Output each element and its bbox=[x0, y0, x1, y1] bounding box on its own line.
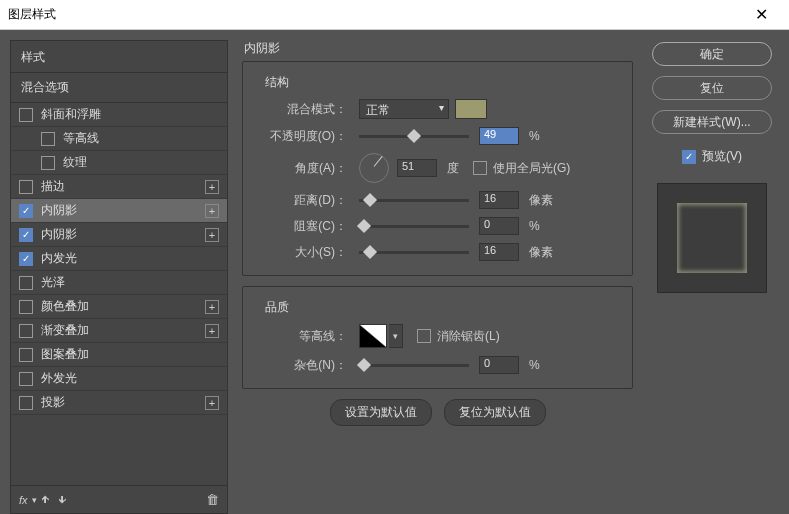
style-item-label: 图案叠加 bbox=[41, 346, 219, 363]
style-item[interactable]: 外发光 bbox=[11, 367, 227, 391]
add-instance-icon[interactable]: + bbox=[205, 300, 219, 314]
add-instance-icon[interactable]: + bbox=[205, 180, 219, 194]
window-title: 图层样式 bbox=[8, 6, 741, 23]
distance-unit: 像素 bbox=[529, 192, 553, 209]
angle-unit: 度 bbox=[447, 160, 459, 177]
move-up-icon[interactable]: 🡩 bbox=[41, 495, 50, 505]
quality-legend: 品质 bbox=[261, 299, 293, 316]
angle-input[interactable]: 51 bbox=[397, 159, 437, 177]
style-checkbox[interactable] bbox=[19, 324, 33, 338]
opacity-unit: % bbox=[529, 129, 540, 143]
style-item[interactable]: 纹理 bbox=[11, 151, 227, 175]
noise-input[interactable]: 0 bbox=[479, 356, 519, 374]
style-item[interactable]: 颜色叠加+ bbox=[11, 295, 227, 319]
set-default-button[interactable]: 设置为默认值 bbox=[330, 399, 432, 426]
style-list: 斜面和浮雕等高线纹理描边+✓内阴影+✓内阴影+✓内发光光泽颜色叠加+渐变叠加+图… bbox=[11, 103, 227, 485]
angle-row: 角度(A)： 51 度 使用全局光(G) bbox=[257, 153, 618, 183]
opacity-slider[interactable] bbox=[359, 135, 469, 138]
style-checkbox[interactable] bbox=[41, 132, 55, 146]
preview-checkbox[interactable]: ✓ bbox=[682, 150, 696, 164]
style-item[interactable]: 等高线 bbox=[11, 127, 227, 151]
section-title: 内阴影 bbox=[242, 40, 633, 57]
noise-label: 杂色(N)： bbox=[257, 357, 347, 374]
size-label: 大小(S)： bbox=[257, 244, 347, 261]
structure-legend: 结构 bbox=[261, 74, 293, 91]
blend-options[interactable]: 混合选项 bbox=[11, 73, 227, 103]
styles-footer: fx ▾ 🡩 🡫 🗑 bbox=[11, 485, 227, 513]
blend-mode-label: 混合模式： bbox=[257, 101, 347, 118]
add-instance-icon[interactable]: + bbox=[205, 204, 219, 218]
ok-button[interactable]: 确定 bbox=[652, 42, 772, 66]
style-checkbox[interactable] bbox=[19, 276, 33, 290]
global-light-label: 使用全局光(G) bbox=[493, 160, 570, 177]
style-checkbox[interactable] bbox=[19, 300, 33, 314]
choke-label: 阻塞(C)： bbox=[257, 218, 347, 235]
style-checkbox[interactable] bbox=[19, 180, 33, 194]
style-checkbox[interactable]: ✓ bbox=[19, 228, 33, 242]
titlebar: 图层样式 ✕ bbox=[0, 0, 789, 30]
close-button[interactable]: ✕ bbox=[741, 0, 781, 30]
style-checkbox[interactable]: ✓ bbox=[19, 252, 33, 266]
trash-icon[interactable]: 🗑 bbox=[206, 492, 219, 507]
blend-mode-select[interactable]: 正常 bbox=[359, 99, 449, 119]
styles-panel: 样式 混合选项 斜面和浮雕等高线纹理描边+✓内阴影+✓内阴影+✓内发光光泽颜色叠… bbox=[10, 40, 228, 514]
noise-unit: % bbox=[529, 358, 540, 372]
style-item-label: 颜色叠加 bbox=[41, 298, 205, 315]
style-item[interactable]: 图案叠加 bbox=[11, 343, 227, 367]
style-item[interactable]: 光泽 bbox=[11, 271, 227, 295]
choke-input[interactable]: 0 bbox=[479, 217, 519, 235]
add-instance-icon[interactable]: + bbox=[205, 228, 219, 242]
shadow-color-swatch[interactable] bbox=[455, 99, 487, 119]
style-checkbox[interactable]: ✓ bbox=[19, 204, 33, 218]
style-checkbox[interactable] bbox=[19, 348, 33, 362]
antialias-checkbox[interactable] bbox=[417, 329, 431, 343]
cancel-button[interactable]: 复位 bbox=[652, 76, 772, 100]
style-checkbox[interactable] bbox=[19, 108, 33, 122]
opacity-label: 不透明度(O)： bbox=[257, 128, 347, 145]
style-item[interactable]: ✓内阴影+ bbox=[11, 199, 227, 223]
style-item-label: 渐变叠加 bbox=[41, 322, 205, 339]
default-buttons: 设置为默认值 复位为默认值 bbox=[242, 399, 633, 426]
noise-slider[interactable] bbox=[359, 364, 469, 367]
style-item[interactable]: 斜面和浮雕 bbox=[11, 103, 227, 127]
settings-panel: 内阴影 结构 混合模式： 正常 不透明度(O)： 49 % 角度(A)： 51 … bbox=[242, 40, 633, 514]
style-checkbox[interactable] bbox=[41, 156, 55, 170]
add-instance-icon[interactable]: + bbox=[205, 396, 219, 410]
choke-slider[interactable] bbox=[359, 225, 469, 228]
quality-fieldset: 品质 等高线： ▾ 消除锯齿(L) 杂色(N)： 0 % bbox=[242, 286, 633, 389]
size-slider[interactable] bbox=[359, 251, 469, 254]
style-item[interactable]: ✓内阴影+ bbox=[11, 223, 227, 247]
angle-label: 角度(A)： bbox=[257, 160, 347, 177]
global-light-checkbox[interactable] bbox=[473, 161, 487, 175]
move-down-icon[interactable]: 🡫 bbox=[58, 495, 67, 505]
action-panel: 确定 复位 新建样式(W)... ✓ 预览(V) bbox=[647, 40, 777, 514]
main-content: 样式 混合选项 斜面和浮雕等高线纹理描边+✓内阴影+✓内阴影+✓内发光光泽颜色叠… bbox=[0, 30, 789, 514]
style-item[interactable]: 渐变叠加+ bbox=[11, 319, 227, 343]
noise-row: 杂色(N)： 0 % bbox=[257, 356, 618, 374]
distance-slider[interactable] bbox=[359, 199, 469, 202]
style-item-label: 投影 bbox=[41, 394, 205, 411]
style-item[interactable]: ✓内发光 bbox=[11, 247, 227, 271]
add-instance-icon[interactable]: + bbox=[205, 324, 219, 338]
style-item-label: 内阴影 bbox=[41, 226, 205, 243]
style-item-label: 斜面和浮雕 bbox=[41, 106, 219, 123]
opacity-input[interactable]: 49 bbox=[479, 127, 519, 145]
style-item[interactable]: 描边+ bbox=[11, 175, 227, 199]
contour-dropdown-icon[interactable]: ▾ bbox=[389, 324, 403, 348]
fx-label[interactable]: fx bbox=[19, 494, 28, 506]
fx-menu-icon[interactable]: ▾ bbox=[32, 495, 37, 505]
style-item[interactable]: 投影+ bbox=[11, 391, 227, 415]
new-style-button[interactable]: 新建样式(W)... bbox=[652, 110, 772, 134]
preview-label: 预览(V) bbox=[702, 148, 742, 165]
style-checkbox[interactable] bbox=[19, 372, 33, 386]
reset-default-button[interactable]: 复位为默认值 bbox=[444, 399, 546, 426]
size-input[interactable]: 16 bbox=[479, 243, 519, 261]
style-checkbox[interactable] bbox=[19, 396, 33, 410]
distance-row: 距离(D)： 16 像素 bbox=[257, 191, 618, 209]
distance-input[interactable]: 16 bbox=[479, 191, 519, 209]
preview-toggle[interactable]: ✓ 预览(V) bbox=[682, 148, 742, 165]
contour-picker[interactable] bbox=[359, 324, 387, 348]
structure-fieldset: 结构 混合模式： 正常 不透明度(O)： 49 % 角度(A)： 51 度 使用… bbox=[242, 61, 633, 276]
style-item-label: 内阴影 bbox=[41, 202, 205, 219]
angle-dial[interactable] bbox=[359, 153, 389, 183]
